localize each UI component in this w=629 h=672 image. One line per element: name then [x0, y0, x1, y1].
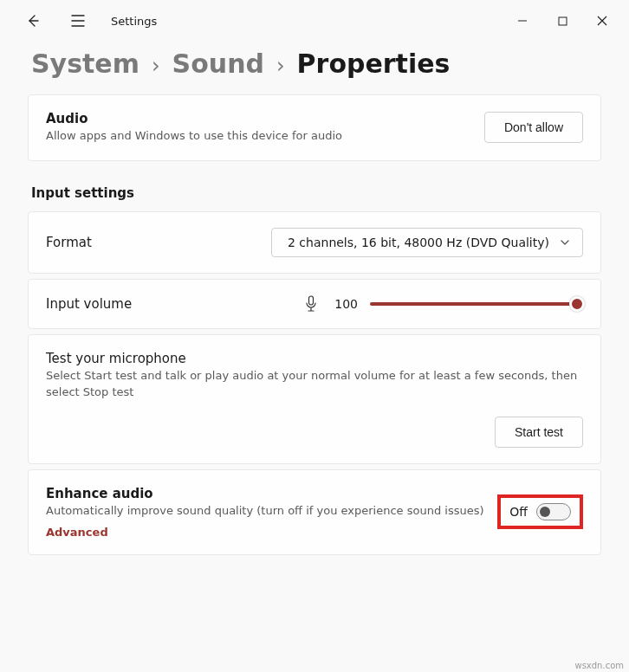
enhance-title: Enhance audio [46, 486, 497, 501]
back-button[interactable] [17, 5, 49, 36]
test-desc: Select Start test and talk or play audio… [46, 368, 583, 401]
dont-allow-button[interactable]: Don't allow [484, 112, 583, 143]
volume-slider[interactable] [370, 296, 583, 312]
breadcrumb: System › Sound › Properties [0, 42, 629, 94]
input-settings-heading: Input settings [31, 185, 598, 201]
maximize-button[interactable] [542, 3, 582, 38]
hamburger-icon [71, 15, 85, 27]
format-label: Format [46, 235, 271, 250]
volume-card: Input volume 100 [28, 279, 601, 329]
format-value: 2 channels, 16 bit, 48000 Hz (DVD Qualit… [288, 236, 549, 249]
breadcrumb-system[interactable]: System [31, 48, 139, 79]
svg-rect-0 [559, 17, 567, 25]
svg-rect-1 [309, 296, 314, 305]
content: Audio Allow apps and Windows to use this… [0, 94, 629, 555]
maximize-icon [558, 16, 567, 26]
chevron-right-icon: › [152, 54, 160, 78]
audio-desc: Allow apps and Windows to use this devic… [46, 128, 484, 145]
enhance-toggle[interactable] [536, 503, 571, 520]
window-caption-controls [503, 3, 622, 38]
test-title: Test your microphone [46, 351, 583, 366]
volume-value: 100 [332, 297, 358, 311]
volume-label: Input volume [46, 296, 302, 312]
advanced-link[interactable]: Advanced [46, 526, 497, 539]
titlebar: Settings [0, 0, 629, 42]
start-test-button[interactable]: Start test [495, 417, 583, 448]
back-arrow-icon [26, 14, 40, 28]
toggle-state-label: Off [509, 505, 528, 519]
chevron-right-icon: › [276, 54, 285, 78]
slider-track [370, 302, 583, 306]
enhance-desc: Automatically improve sound quality (tur… [46, 503, 497, 520]
format-select[interactable]: 2 channels, 16 bit, 48000 Hz (DVD Qualit… [271, 228, 583, 257]
audio-card: Audio Allow apps and Windows to use this… [28, 94, 601, 161]
slider-thumb[interactable] [569, 296, 585, 312]
close-button[interactable] [582, 3, 622, 38]
enhance-audio-card: Enhance audio Automatically improve soun… [28, 469, 601, 556]
chevron-down-icon [560, 237, 570, 248]
close-icon [597, 16, 607, 26]
enhance-toggle-highlight: Off [497, 494, 583, 529]
minimize-button[interactable] [503, 3, 542, 38]
microphone-icon [302, 295, 320, 313]
app-title: Settings [111, 15, 157, 28]
audio-title: Audio [46, 111, 484, 126]
breadcrumb-sound[interactable]: Sound [172, 48, 264, 79]
toggle-knob [540, 507, 550, 517]
watermark: wsxdn.com [574, 661, 624, 670]
breadcrumb-properties: Properties [297, 48, 451, 79]
nav-menu-button[interactable] [62, 5, 94, 36]
test-mic-card: Test your microphone Select Start test a… [28, 334, 601, 464]
format-card: Format 2 channels, 16 bit, 48000 Hz (DVD… [28, 211, 601, 274]
minimize-icon [517, 16, 528, 26]
